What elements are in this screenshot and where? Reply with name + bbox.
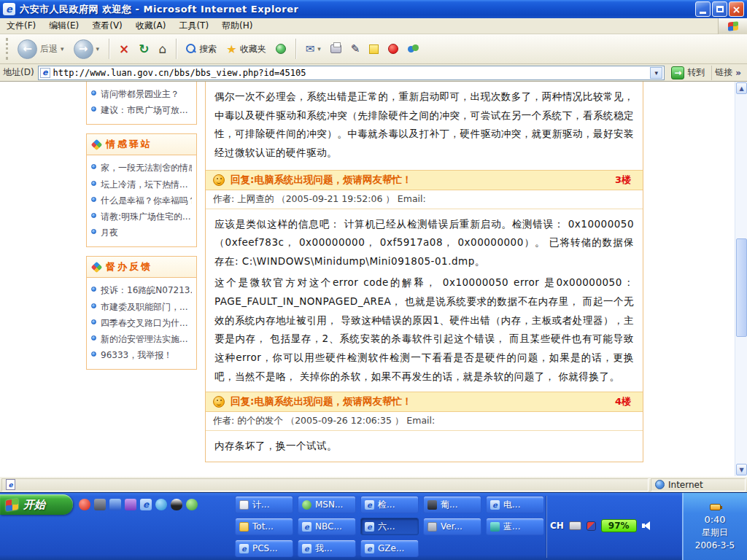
sidebar-link[interactable]: 家，一段无法割舍的情感 xyxy=(91,160,192,176)
vertical-scrollbar[interactable]: ▲ ▼ xyxy=(735,82,747,476)
bullet-icon xyxy=(91,303,96,308)
clock-date: 2006-3-5 xyxy=(695,540,735,551)
start-button[interactable]: 开始 xyxy=(0,494,73,515)
reply-paragraph: 内存条坏了，换一个试试。 xyxy=(214,437,634,456)
input-method-indicator[interactable]: CH xyxy=(550,521,564,531)
toolbar-grip[interactable] xyxy=(6,38,9,60)
task-button[interactable]: Ver... xyxy=(423,518,481,535)
task-button[interactable]: Tot... xyxy=(235,518,293,535)
sidebar-link[interactable]: 请问带都景园业主？ xyxy=(91,86,192,102)
links-toolbar[interactable]: 链接 » xyxy=(711,66,744,80)
bullet-icon xyxy=(91,351,96,357)
msn-quick-icon[interactable] xyxy=(155,499,167,510)
mail-button[interactable]: ✉ ▾ xyxy=(302,36,325,61)
sidebar-link[interactable]: 新的治安管理法实施... xyxy=(91,331,192,347)
outlook-quick-icon[interactable] xyxy=(109,499,121,510)
task-button[interactable]: e检... xyxy=(360,496,419,513)
bullet-icon xyxy=(91,197,96,202)
scroll-up-button[interactable]: ▲ xyxy=(736,82,747,94)
windows-logo-panel xyxy=(718,18,747,34)
messenger-button[interactable] xyxy=(404,36,422,61)
messenger-quick-icon[interactable] xyxy=(186,499,198,510)
close-button[interactable]: × xyxy=(729,1,744,17)
media-player-quick-icon[interactable] xyxy=(79,499,90,510)
winamp-quick-icon[interactable] xyxy=(125,499,136,510)
task-button[interactable]: ePCS... xyxy=(235,540,293,557)
search-button[interactable]: 搜索 xyxy=(182,36,220,61)
reply-paragraph: 这个是微软官方对这个error code的解释， 0x10000050 erro… xyxy=(214,273,634,386)
windows-flag-icon xyxy=(6,498,18,510)
sidebar-link[interactable]: 市建委及职能部门，... xyxy=(91,299,192,315)
keyboard-tray-icon[interactable] xyxy=(569,521,581,530)
back-dropdown-icon[interactable]: ▾ xyxy=(61,45,64,52)
menu-view[interactable]: 查看(V) xyxy=(85,18,129,34)
print-button[interactable] xyxy=(327,36,345,61)
show-desktop-icon[interactable] xyxy=(94,499,106,510)
reply-floor-badge: 4楼 xyxy=(615,395,635,408)
sidebar-section-header: 督办反馈 xyxy=(87,257,196,278)
mail-dropdown-icon[interactable]: ▾ xyxy=(317,45,321,52)
standard-toolbar: ← 后退 ▾ → ▾ × ↻ ⌂ 搜索 ★ 收藏夹 ✉ ▾ ✎ xyxy=(0,34,747,64)
sidebar-link[interactable]: 96333，我举报！ xyxy=(91,347,192,363)
status-zone-panel: Internet xyxy=(651,478,746,491)
go-button[interactable]: → 转到 xyxy=(668,65,708,81)
forward-icon: → xyxy=(74,39,93,59)
links-label: 链接 xyxy=(715,66,732,79)
address-dropdown-button[interactable]: ▾ xyxy=(650,67,662,79)
task-button[interactable]: 计... xyxy=(235,496,293,513)
menu-favorites[interactable]: 收藏(A) xyxy=(129,18,173,34)
volume-icon[interactable] xyxy=(642,521,652,530)
ie-quick-icon[interactable]: e xyxy=(140,499,152,510)
minimize-button[interactable] xyxy=(695,1,711,17)
forward-button[interactable]: → ▾ xyxy=(70,36,104,61)
task-button[interactable]: MSN... xyxy=(298,496,356,513)
sidebar-link[interactable]: 四季春交叉路口为什... xyxy=(91,315,192,331)
menu-edit[interactable]: 编辑(E) xyxy=(42,18,85,34)
history-button[interactable] xyxy=(272,36,290,61)
battery-percent-badge[interactable]: 97% xyxy=(601,519,637,532)
refresh-icon: ↻ xyxy=(139,42,149,56)
menu-help[interactable]: 帮助(H) xyxy=(215,18,259,34)
section-icon xyxy=(91,262,103,273)
address-input[interactable]: e http://www.luan.gov.cn/bbs/bbs_view.ph… xyxy=(38,66,665,80)
sidebar-section-emotion: 情感驿站 家，一段无法割舍的情感 坛上冷清，坛下热情... 什么是幸福？你幸福吗… xyxy=(86,133,197,247)
home-button[interactable]: ⌂ xyxy=(155,36,171,61)
title-bar[interactable]: e 六安市人民政府网 欢迎您 - Microsoft Internet Expl… xyxy=(0,0,747,18)
scrollbar-thumb[interactable] xyxy=(736,238,747,337)
emoji-icon xyxy=(213,174,225,186)
reply-body: 内存条坏了，换一个试试。 xyxy=(206,431,643,462)
sidebar-link[interactable]: 请教:明珠广场住宅的... xyxy=(91,209,192,225)
task-button-active[interactable]: e六... xyxy=(360,518,419,535)
menu-tools[interactable]: 工具(T) xyxy=(172,18,215,34)
forward-dropdown-icon[interactable]: ▾ xyxy=(96,45,100,52)
sidebar-link[interactable]: 建议：市民广场可放... xyxy=(91,102,192,118)
sidebar-link[interactable]: 什么是幸福？你幸福吗？ xyxy=(91,192,192,209)
sidebar-link[interactable]: 月夜 xyxy=(91,225,192,241)
section-title: 督办反馈 xyxy=(106,260,152,273)
refresh-button[interactable]: ↻ xyxy=(135,36,152,61)
discuss-button[interactable] xyxy=(365,36,382,61)
task-button[interactable]: eNBC... xyxy=(298,518,356,535)
task-button[interactable]: 蓝... xyxy=(486,518,544,535)
scroll-down-button[interactable]: ▼ xyxy=(736,464,747,475)
shield-tray-icon[interactable] xyxy=(587,521,596,531)
sidebar-list: 家，一段无法割舍的情感 坛上冷清，坛下热情... 什么是幸福？你幸福吗？ 请教:… xyxy=(87,155,196,246)
back-button[interactable]: ← 后退 ▾ xyxy=(14,36,68,61)
task-button[interactable]: e我... xyxy=(298,540,356,557)
clock-panel[interactable]: 0:40 星期日 2006-3-5 xyxy=(682,493,747,560)
task-button[interactable]: 葡... xyxy=(423,496,481,513)
favorites-button[interactable]: ★ 收藏夹 xyxy=(222,36,269,61)
sidebar-link[interactable]: 坛上冷清，坛下热情... xyxy=(91,176,192,192)
sidebar-link[interactable]: 投诉：16路皖N07213... xyxy=(91,282,192,298)
clock-weekday: 星期日 xyxy=(702,526,728,539)
address-url[interactable]: http://www.luan.gov.cn/bbs/bbs_view.php?… xyxy=(53,68,306,78)
task-button[interactable]: eGZe... xyxy=(360,540,419,557)
maximize-button[interactable] xyxy=(712,1,727,17)
qq-quick-icon[interactable] xyxy=(171,499,182,510)
edit-button[interactable]: ✎ xyxy=(347,36,364,61)
address-bar: 地址(D) e http://www.luan.gov.cn/bbs/bbs_v… xyxy=(0,64,747,82)
qq-button[interactable] xyxy=(384,36,402,61)
stop-button[interactable]: × xyxy=(115,36,133,61)
task-button[interactable]: e电... xyxy=(486,496,544,513)
menu-file[interactable]: 文件(F) xyxy=(0,18,42,34)
